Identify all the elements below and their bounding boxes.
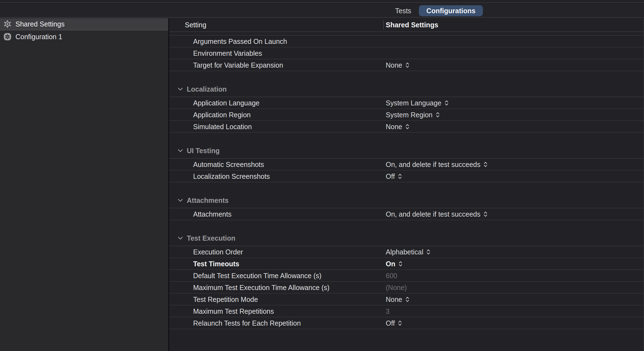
- setting-label: Environment Variables: [193, 49, 262, 57]
- table-row[interactable]: Maximum Test Execution Time Allowance (s…: [169, 282, 643, 294]
- value-text: 600: [386, 272, 397, 280]
- column-header-setting: Setting: [185, 21, 206, 29]
- value-text: On, and delete if test succeeds: [386, 210, 480, 218]
- chevron-up-down-icon: [398, 320, 402, 327]
- setting-label: Maximum Test Repetitions: [193, 307, 274, 315]
- sidebar-item-shared-settings[interactable]: Shared Settings: [0, 18, 168, 30]
- chevron-up-down-icon: [483, 211, 488, 218]
- gear-badge-icon: [3, 32, 12, 41]
- chevron-down-icon: [177, 87, 183, 91]
- value-text: None: [386, 295, 402, 303]
- sidebar-item-configuration-1[interactable]: Configuration 1: [0, 30, 168, 43]
- tests-configurations-segmented-control: Tests Configurations: [394, 5, 483, 16]
- value-text: None: [386, 61, 402, 69]
- table-row[interactable]: AttachmentsOn, and delete if test succee…: [169, 208, 643, 220]
- value-text: (None): [386, 283, 407, 291]
- section-disclosure[interactable]: Test Execution: [177, 234, 235, 242]
- chevron-down-icon: [177, 198, 183, 203]
- section-header[interactable]: UI Testing: [169, 133, 643, 159]
- setting-label: Simulated Location: [193, 123, 252, 131]
- value-text: Off: [386, 319, 395, 327]
- popup-button[interactable]: Off: [386, 172, 402, 180]
- section-disclosure[interactable]: Localization: [177, 85, 227, 93]
- popup-button[interactable]: On, and delete if test succeeds: [386, 160, 488, 168]
- sidebar-item-label: Configuration 1: [15, 33, 62, 41]
- table-row[interactable]: Environment Variables: [169, 47, 643, 59]
- section-header[interactable]: Test Execution: [169, 220, 643, 246]
- chevron-up-down-icon: [426, 249, 431, 256]
- chevron-down-icon: [177, 236, 183, 240]
- table-row[interactable]: Test TimeoutsOn: [169, 258, 643, 270]
- table-row[interactable]: Default Test Execution Time Allowance (s…: [169, 270, 643, 282]
- titlebar-edge: [0, 0, 644, 3]
- setting-label: Target for Variable Expansion: [193, 61, 283, 69]
- popup-button[interactable]: System Region: [386, 111, 440, 119]
- section-disclosure[interactable]: Attachments: [177, 196, 228, 204]
- setting-label: Application Language: [193, 99, 259, 107]
- setting-label: Test Timeouts: [193, 260, 239, 268]
- sidebar-item-label: Shared Settings: [15, 20, 65, 28]
- setting-label: Execution Order: [193, 248, 243, 256]
- value-text: Off: [386, 172, 395, 180]
- chevron-up-down-icon: [405, 123, 410, 130]
- table-row[interactable]: Localization ScreenshotsOff: [169, 171, 643, 182]
- configurations-sidebar: Shared Settings Con: [0, 18, 168, 351]
- chevron-down-icon: [177, 149, 183, 153]
- table-row[interactable]: Application LanguageSystem Language: [169, 97, 643, 109]
- setting-label: Arguments Passed On Launch: [193, 37, 287, 45]
- popup-button[interactable]: Off: [386, 319, 402, 327]
- section-header[interactable]: Localization: [169, 71, 643, 97]
- tab-tests[interactable]: Tests: [394, 7, 412, 15]
- setting-label: Attachments: [193, 210, 231, 218]
- setting-label: Default Test Execution Time Allowance (s…: [193, 272, 321, 280]
- section-header[interactable]: Attachments: [169, 182, 643, 208]
- table-row[interactable]: Test Repetition ModeNone: [169, 294, 643, 305]
- value-field: 3: [386, 307, 390, 315]
- table-header-row: Setting Shared Settings: [169, 18, 643, 32]
- gear-outline-icon: [3, 19, 12, 29]
- setting-label: Localization Screenshots: [193, 172, 270, 180]
- popup-button[interactable]: None: [386, 123, 410, 131]
- test-plan-editor-window: Tests Configurations: [0, 0, 644, 351]
- chevron-up-down-icon: [405, 62, 410, 69]
- chevron-up-down-icon: [444, 100, 449, 107]
- table-row[interactable]: Automatic ScreenshotsOn, and delete if t…: [169, 159, 643, 171]
- value-text: 3: [386, 307, 390, 315]
- value-text: Alphabetical: [386, 248, 423, 256]
- value-text: On, and delete if test succeeds: [386, 160, 480, 168]
- table-row[interactable]: Execution OrderAlphabetical: [169, 246, 643, 258]
- tab-configurations[interactable]: Configurations: [419, 5, 483, 16]
- setting-label: Application Region: [193, 111, 251, 119]
- column-separator[interactable]: [383, 20, 384, 30]
- section-title: UI Testing: [187, 147, 220, 155]
- column-header-shared-settings: Shared Settings: [386, 21, 438, 29]
- setting-label: Relaunch Tests for Each Repetition: [193, 319, 301, 327]
- table-row[interactable]: Relaunch Tests for Each RepetitionOff: [169, 317, 643, 329]
- chevron-up-down-icon: [398, 173, 402, 180]
- popup-button[interactable]: None: [386, 295, 410, 303]
- popup-button[interactable]: System Language: [386, 99, 449, 107]
- settings-table: Setting Shared Settings Arguments Passed…: [169, 18, 644, 351]
- popup-button[interactable]: Alphabetical: [386, 248, 431, 256]
- value-field: 600: [386, 272, 397, 280]
- popup-button[interactable]: On: [386, 260, 403, 268]
- table-row[interactable]: Simulated LocationNone: [169, 121, 643, 133]
- mode-tabbar: Tests Configurations: [0, 3, 644, 18]
- chevron-up-down-icon: [483, 161, 488, 168]
- chevron-up-down-icon: [405, 296, 410, 303]
- setting-label: Maximum Test Execution Time Allowance (s…: [193, 283, 329, 291]
- table-row[interactable]: Arguments Passed On Launch: [169, 36, 643, 47]
- chevron-up-down-icon: [435, 111, 440, 118]
- value-text: None: [386, 123, 402, 131]
- table-row[interactable]: Application RegionSystem Region: [169, 109, 643, 121]
- table-row[interactable]: Target for Variable ExpansionNone: [169, 59, 643, 71]
- table-row[interactable]: Maximum Test Repetitions3: [169, 305, 643, 317]
- section-disclosure[interactable]: UI Testing: [177, 147, 220, 155]
- popup-button[interactable]: On, and delete if test succeeds: [386, 210, 488, 218]
- chevron-up-down-icon: [398, 260, 403, 267]
- setting-label: Test Repetition Mode: [193, 295, 258, 303]
- popup-button[interactable]: None: [386, 61, 410, 69]
- value-field: (None): [386, 283, 407, 291]
- value-text: System Language: [386, 99, 441, 107]
- setting-label: Automatic Screenshots: [193, 160, 264, 168]
